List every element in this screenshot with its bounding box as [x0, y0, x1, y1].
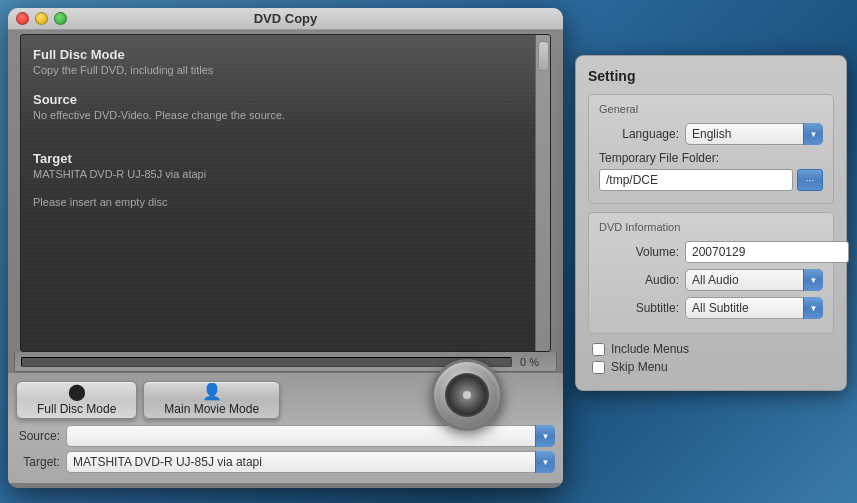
subtitle-select[interactable]: All Subtitle English French Spanish None: [685, 297, 823, 319]
full-disc-mode-title: Full Disc Mode: [33, 47, 523, 62]
target-title: Target: [33, 151, 523, 166]
browse-button[interactable]: ···: [797, 169, 823, 191]
temp-folder-label: Temporary File Folder:: [599, 151, 823, 165]
scroll-handle[interactable]: [535, 35, 550, 351]
full-disc-mode-label: Full Disc Mode: [37, 402, 116, 416]
target-desc: MATSHITA DVD-R UJ-85J via atapi: [33, 168, 523, 180]
target-label: Target:: [16, 455, 66, 469]
setting-panel: Setting General Language: English French…: [575, 55, 847, 391]
temp-folder-row: Temporary File Folder: ···: [599, 151, 823, 191]
person-icon: 👤: [202, 384, 222, 400]
target-desc2: Please insert an empty disc: [33, 196, 523, 208]
full-disc-mode-button[interactable]: ⬤ Full Disc Mode: [16, 381, 137, 419]
target-select[interactable]: MATSHITA DVD-R UJ-85J via atapi: [66, 451, 555, 473]
main-window: DVD Copy Full Disc Mode Copy the Full DV…: [8, 8, 563, 488]
go-button[interactable]: [431, 359, 503, 431]
dvd-info-section: DVD Information Volume: Audio: All Audio…: [588, 212, 834, 334]
skip-menu-label: Skip Menu: [611, 360, 668, 374]
target-row: Target: MATSHITA DVD-R UJ-85J via atapi: [16, 451, 555, 473]
disc-icon: ⬤: [68, 384, 86, 400]
disc-hole: [463, 391, 471, 399]
target-select-wrapper[interactable]: MATSHITA DVD-R UJ-85J via atapi: [66, 451, 555, 473]
main-movie-mode-button[interactable]: 👤 Main Movie Mode: [143, 381, 280, 419]
language-select-wrapper[interactable]: English French German Spanish Japanese C…: [685, 123, 823, 145]
window-title: DVD Copy: [254, 11, 318, 26]
traffic-lights: [16, 12, 67, 25]
source-label: Source:: [16, 429, 66, 443]
source-select-wrapper[interactable]: [66, 425, 555, 447]
volume-input[interactable]: [685, 241, 849, 263]
content-area: Full Disc Mode Copy the Full DVD, includ…: [20, 34, 551, 352]
audio-select[interactable]: All Audio English French Spanish: [685, 269, 823, 291]
temp-folder-input[interactable]: [599, 169, 793, 191]
language-select[interactable]: English French German Spanish Japanese C…: [685, 123, 823, 145]
browse-icon: ···: [806, 175, 814, 186]
close-button[interactable]: [16, 12, 29, 25]
title-bar: DVD Copy: [8, 8, 563, 30]
full-disc-mode-desc: Copy the Full DVD, including all titles: [33, 64, 523, 76]
skip-menu-checkbox[interactable]: [592, 361, 605, 374]
subtitle-select-wrapper[interactable]: All Subtitle English French Spanish None: [685, 297, 823, 319]
subtitle-label: Subtitle:: [599, 301, 679, 315]
dvd-info-title: DVD Information: [599, 221, 823, 233]
progress-bar: [21, 357, 512, 367]
maximize-button[interactable]: [54, 12, 67, 25]
volume-row: Volume:: [599, 241, 823, 263]
include-menus-row: Include Menus: [588, 342, 834, 356]
main-movie-mode-label: Main Movie Mode: [164, 402, 259, 416]
audio-row: Audio: All Audio English French Spanish: [599, 269, 823, 291]
source-select[interactable]: [66, 425, 555, 447]
disc-play-icon: [445, 373, 489, 417]
general-section: General Language: English French German …: [588, 94, 834, 204]
include-menus-label: Include Menus: [611, 342, 689, 356]
language-row: Language: English French German Spanish …: [599, 123, 823, 145]
source-title: Source: [33, 92, 523, 107]
setting-title: Setting: [588, 68, 834, 84]
source-desc: No effective DVD-Video. Please change th…: [33, 109, 523, 121]
language-label: Language:: [599, 127, 679, 141]
subtitle-row: Subtitle: All Subtitle English French Sp…: [599, 297, 823, 319]
audio-label: Audio:: [599, 273, 679, 287]
temp-folder-input-row: ···: [599, 169, 823, 191]
volume-label: Volume:: [599, 245, 679, 259]
include-menus-checkbox[interactable]: [592, 343, 605, 356]
skip-menu-row: Skip Menu: [588, 360, 834, 374]
progress-label: 0 %: [520, 356, 550, 368]
scroll-thumb[interactable]: [538, 41, 549, 71]
minimize-button[interactable]: [35, 12, 48, 25]
general-section-title: General: [599, 103, 823, 115]
audio-select-wrapper[interactable]: All Audio English French Spanish: [685, 269, 823, 291]
